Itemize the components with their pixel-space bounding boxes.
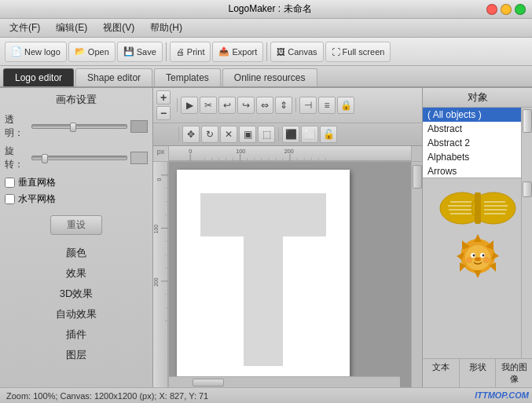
tool-sep-1: [177, 98, 178, 112]
svg-point-64: [475, 258, 481, 262]
zoom-in-button[interactable]: +: [156, 90, 171, 104]
tab-logo-editor[interactable]: Logo editor: [3, 68, 74, 86]
horizontal-grid-checkbox[interactable]: [5, 194, 15, 204]
logo-shape: [200, 193, 326, 366]
minimize-button[interactable]: [501, 4, 512, 15]
horizontal-scrollbar-thumb[interactable]: [193, 379, 224, 387]
reset-button[interactable]: 重设: [50, 215, 102, 235]
watermark: ITTMOP.COM: [475, 390, 529, 400]
right-panel-scrollbar[interactable]: [521, 178, 532, 358]
objects-list: ( All objects ) Abstract Abstract 2 Alph…: [423, 108, 521, 178]
cut-tool-button[interactable]: ✂: [200, 97, 217, 114]
ungroup-button[interactable]: ⬚: [258, 126, 275, 143]
undo-button[interactable]: ↩: [218, 97, 236, 114]
vertical-scrollbar-thumb[interactable]: [413, 165, 422, 189]
rotate-tool-button[interactable]: ↻: [201, 126, 218, 143]
close-button[interactable]: [486, 4, 497, 15]
left-menu-color[interactable]: 颜色: [5, 243, 148, 263]
flip-v-button[interactable]: ⇕: [275, 97, 292, 114]
vertical-grid-checkbox[interactable]: [5, 178, 15, 188]
right-scrollbar-thumb[interactable]: [523, 181, 532, 197]
horizontal-grid-row: 水平网格: [5, 192, 148, 206]
canvas-label: Canvas: [288, 47, 317, 57]
canvas-button[interactable]: 🖼 Canvas: [270, 42, 323, 62]
horizontal-ruler-svg: 0 100 200: [169, 146, 411, 162]
select-tool-button[interactable]: ▶: [181, 97, 198, 114]
open-label: Open: [88, 47, 109, 57]
save-label: Save: [137, 47, 156, 57]
transparency-label: 透明：: [5, 113, 28, 140]
titlebar: LogoMaker : 未命名: [0, 0, 532, 19]
bottom-tab-myimages[interactable]: 我的图像: [496, 359, 532, 387]
canvas-settings-title: 画布设置: [5, 93, 148, 107]
object-item-all[interactable]: ( All objects ): [423, 108, 521, 122]
toolbar-separator: [166, 42, 167, 61]
print-button[interactable]: 🖨 Print: [170, 42, 211, 62]
open-icon: 📂: [75, 46, 86, 57]
vertical-grid-label: 垂直网格: [18, 176, 56, 189]
tab-online-resources[interactable]: Online resources: [222, 68, 317, 86]
vscrollbar-corner: [411, 146, 422, 162]
book-icon: [438, 185, 517, 228]
rotation-row: 旋转：: [5, 145, 148, 171]
horizontal-scrollbar[interactable]: [169, 376, 400, 387]
fullscreen-button[interactable]: ⛶ Full screen: [325, 42, 391, 62]
new-logo-button[interactable]: 📄 New logo: [5, 42, 67, 62]
transparency-slider[interactable]: [31, 124, 127, 129]
bottom-tab-text[interactable]: 文本: [423, 359, 460, 387]
object-item-alphabets[interactable]: Alphabets: [423, 150, 521, 164]
menubar: 文件(F) 编辑(E) 视图(V) 帮助(H): [0, 19, 532, 38]
window-title: LogoMaker : 未命名: [228, 2, 311, 16]
window-controls[interactable]: [486, 4, 526, 15]
save-button[interactable]: 💾 Save: [117, 42, 163, 62]
canvas-scroll-area[interactable]: [169, 162, 411, 387]
align-left-button[interactable]: ⊣: [299, 97, 317, 114]
objects-list-wrapper: ( All objects ) Abstract Abstract 2 Alph…: [423, 108, 532, 178]
export-icon: 📤: [218, 46, 229, 57]
fullscreen-icon: ⛶: [332, 47, 340, 57]
order2-button[interactable]: ⬜: [301, 126, 318, 143]
left-menu-plugin[interactable]: 插件: [5, 324, 148, 345]
objects-scrollbar[interactable]: [521, 108, 532, 178]
left-menu-auto[interactable]: 自动效果: [5, 304, 148, 324]
left-menu-3d[interactable]: 3D效果: [5, 284, 148, 304]
bottom-tabs: 文本 形状 我的图像: [423, 358, 532, 387]
menu-file[interactable]: 文件(F): [3, 20, 46, 36]
zoom-out-button[interactable]: −: [156, 106, 171, 120]
objects-scrollbar-thumb[interactable]: [523, 109, 532, 133]
print-label: Print: [187, 47, 205, 57]
flip-h-button[interactable]: ⇔: [256, 97, 273, 114]
move-tool-button[interactable]: ✥: [182, 126, 200, 143]
svg-marker-56: [474, 270, 482, 278]
object-item-arrows[interactable]: Arrows: [423, 164, 521, 178]
maximize-button[interactable]: [515, 4, 526, 15]
lock-button[interactable]: 🔒: [337, 97, 354, 114]
object-item-abstract2[interactable]: Abstract 2: [423, 136, 521, 150]
redo-button[interactable]: ↪: [237, 97, 255, 114]
menu-edit[interactable]: 编辑(E): [50, 20, 94, 36]
lock2-button[interactable]: 🔓: [320, 126, 337, 143]
vertical-ruler-svg: 0 100 200: [153, 162, 169, 387]
object-item-abstract[interactable]: Abstract: [423, 122, 521, 136]
delete-tool-button[interactable]: ✕: [220, 126, 237, 143]
tab-templates[interactable]: Templates: [154, 68, 221, 86]
rotation-slider[interactable]: [31, 156, 127, 160]
order-button[interactable]: ⬛: [282, 126, 299, 143]
open-button[interactable]: 📂 Open: [68, 42, 116, 62]
group-button[interactable]: ▣: [239, 126, 256, 143]
vertical-scrollbar[interactable]: [411, 162, 422, 387]
transparency-color: [130, 120, 148, 133]
bottom-tab-shape[interactable]: 形状: [460, 359, 497, 387]
icon-area: [423, 178, 532, 358]
vertical-grid-row: 垂直网格: [5, 176, 148, 189]
menu-view[interactable]: 视图(V): [97, 20, 141, 36]
align-center-button[interactable]: ≡: [318, 97, 336, 114]
book-icon-container: [423, 185, 532, 228]
tool-icons-row-top: + − ▶ ✂ ↩ ↪ ⇔ ⇕ ⊣ ≡ 🔒: [153, 88, 422, 123]
tab-shape-editor[interactable]: Shape editor: [75, 68, 152, 86]
menu-help[interactable]: 帮助(H): [144, 20, 189, 36]
rotation-color: [130, 152, 148, 164]
export-button[interactable]: 📤 Export: [212, 42, 263, 62]
left-menu-effect[interactable]: 效果: [5, 263, 148, 284]
left-menu-layer[interactable]: 图层: [5, 345, 148, 365]
